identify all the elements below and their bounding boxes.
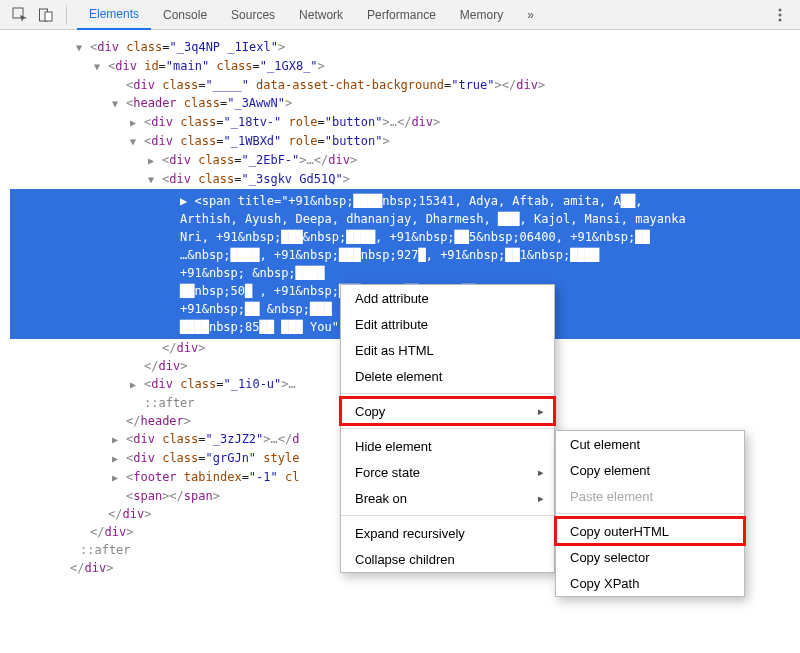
inspect-element-icon[interactable] bbox=[8, 3, 32, 27]
ctx-add-attribute[interactable]: Add attribute bbox=[341, 285, 554, 311]
svg-rect-2 bbox=[45, 12, 52, 21]
more-tabs-button[interactable]: » bbox=[517, 8, 544, 22]
ctx-delete-element[interactable]: Delete element bbox=[341, 363, 554, 389]
ctx-break-on[interactable]: Break on bbox=[341, 485, 554, 511]
expand-toggle-icon[interactable]: ▼ bbox=[112, 95, 122, 113]
context-menu: Add attribute Edit attribute Edit as HTM… bbox=[340, 284, 555, 573]
sub-copy-xpath[interactable]: Copy XPath bbox=[556, 570, 744, 596]
expand-toggle-icon[interactable]: ▶ bbox=[130, 376, 140, 394]
devtools-tabs: Elements Console Sources Network Perform… bbox=[77, 0, 515, 30]
svg-point-3 bbox=[779, 8, 782, 11]
tab-elements[interactable]: Elements bbox=[77, 0, 151, 30]
tab-network[interactable]: Network bbox=[287, 0, 355, 30]
tab-console[interactable]: Console bbox=[151, 0, 219, 30]
expand-toggle-icon[interactable]: ▶ bbox=[112, 431, 122, 449]
context-submenu-copy: Cut element Copy element Paste element C… bbox=[555, 430, 745, 597]
expand-toggle-icon[interactable]: ▶ bbox=[112, 450, 122, 468]
sub-copy-selector[interactable]: Copy selector bbox=[556, 544, 744, 570]
ctx-collapse-children[interactable]: Collapse children bbox=[341, 546, 554, 572]
ctx-copy[interactable]: Copy bbox=[341, 398, 554, 424]
tab-memory[interactable]: Memory bbox=[448, 0, 515, 30]
toggle-device-toolbar-icon[interactable] bbox=[34, 3, 58, 27]
ctx-separator bbox=[556, 513, 744, 514]
expand-toggle-icon[interactable]: ▶ bbox=[148, 152, 158, 170]
ctx-force-state[interactable]: Force state bbox=[341, 459, 554, 485]
sub-copy-outerhtml[interactable]: Copy outerHTML bbox=[556, 518, 744, 544]
ctx-hide-element[interactable]: Hide element bbox=[341, 433, 554, 459]
ctx-edit-attribute[interactable]: Edit attribute bbox=[341, 311, 554, 337]
ctx-edit-as-html[interactable]: Edit as HTML bbox=[341, 337, 554, 363]
kebab-menu-icon[interactable] bbox=[768, 3, 792, 27]
ctx-separator bbox=[341, 393, 554, 394]
svg-point-4 bbox=[779, 13, 782, 16]
expand-toggle-icon[interactable]: ▼ bbox=[148, 171, 158, 189]
ctx-separator bbox=[341, 515, 554, 516]
expand-toggle-icon[interactable]: ▶ bbox=[112, 469, 122, 487]
sub-copy-element[interactable]: Copy element bbox=[556, 457, 744, 483]
tab-sources[interactable]: Sources bbox=[219, 0, 287, 30]
svg-point-5 bbox=[779, 18, 782, 21]
tab-performance[interactable]: Performance bbox=[355, 0, 448, 30]
toolbar-separator bbox=[66, 5, 67, 25]
ctx-separator bbox=[341, 428, 554, 429]
devtools-toolbar: Elements Console Sources Network Perform… bbox=[0, 0, 800, 30]
expand-toggle-icon[interactable]: ▼ bbox=[76, 39, 86, 57]
sub-cut-element[interactable]: Cut element bbox=[556, 431, 744, 457]
expand-toggle-icon[interactable]: ▶ bbox=[130, 114, 140, 132]
expand-toggle-icon[interactable]: ▼ bbox=[94, 58, 104, 76]
ctx-expand-recursively[interactable]: Expand recursively bbox=[341, 520, 554, 546]
expand-toggle-icon[interactable]: ▼ bbox=[130, 133, 140, 151]
sub-paste-element: Paste element bbox=[556, 483, 744, 509]
